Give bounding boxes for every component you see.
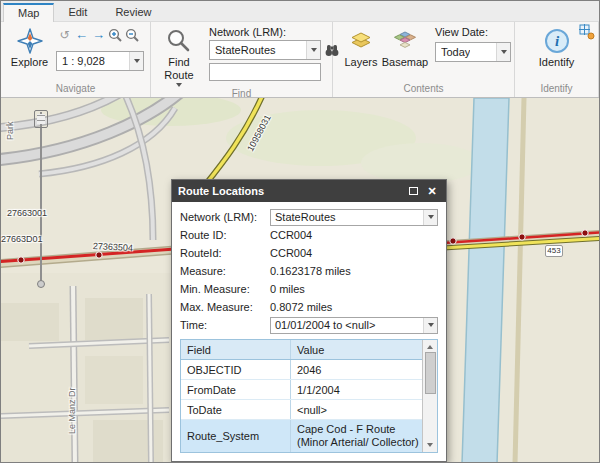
chevron-down-icon: [134, 59, 140, 63]
navigate-group-label: Navigate: [1, 82, 150, 97]
dialog-titlebar[interactable]: Route Locations ✕: [172, 180, 446, 202]
measure-value: 0.1623178 miles: [270, 265, 438, 277]
tab-edit[interactable]: Edit: [54, 3, 101, 21]
dialog-title: Route Locations: [178, 185, 402, 197]
value-cell: 1/1/2004: [291, 380, 422, 399]
route-id-label: 27663D01: [1, 234, 43, 244]
view-date-dropdown[interactable]: Today: [435, 42, 511, 62]
attributes-table: Field Value OBJECTID 2046 FromDate 1/1/2…: [180, 339, 438, 453]
dropdown-button[interactable]: [423, 318, 437, 333]
route-id-label: 27663001: [7, 208, 47, 218]
field-label: Network (LRM):: [180, 211, 270, 223]
table-row[interactable]: ToDate <null>: [181, 400, 422, 420]
maximize-button[interactable]: [405, 180, 421, 202]
group-identify: i Identify Identify: [515, 22, 599, 97]
zoom-in-icon: [108, 28, 123, 43]
layers-label: Layers: [344, 56, 377, 69]
identify-cursor-button[interactable]: [579, 24, 595, 42]
scale-dropdown-button[interactable]: [129, 52, 143, 70]
table-scrollbar[interactable]: [422, 340, 437, 452]
chevron-down-icon: [311, 48, 317, 52]
identify-button[interactable]: i Identify: [535, 25, 579, 82]
table-row[interactable]: FromDate 1/1/2004: [181, 380, 422, 400]
route-value-input[interactable]: [209, 63, 321, 81]
basemap-button[interactable]: Basemap: [383, 25, 427, 82]
close-button[interactable]: ✕: [424, 180, 440, 202]
explore-button[interactable]: Explore: [7, 25, 52, 82]
tab-map[interactable]: Map: [3, 3, 54, 22]
field-label: Route ID:: [180, 229, 270, 241]
layers-button[interactable]: Layers: [339, 25, 383, 82]
value-cell: Cape Cod - F Route (Minor Arterial/ Coll…: [291, 420, 422, 452]
view-date-value: Today: [441, 46, 470, 58]
zoom-out-button[interactable]: [124, 28, 141, 43]
find-route-button[interactable]: Find Route: [157, 25, 201, 87]
back-extent-button[interactable]: ←: [73, 26, 90, 44]
field-label: Measure:: [180, 265, 270, 277]
network-lrm-value: StateRoutes: [215, 44, 276, 56]
column-header-value: Value: [291, 344, 422, 356]
find-route-label: Find Route: [161, 56, 197, 81]
column-header-field: Field: [181, 340, 291, 359]
field-label: RouteId:: [180, 247, 270, 259]
network-dropdown-button[interactable]: [306, 41, 320, 59]
group-navigate: Explore ↺ ← →: [1, 22, 151, 97]
route-id-label: 27363504: [93, 241, 134, 253]
field-label: Time:: [180, 319, 270, 331]
field-cell: Route_System: [181, 420, 291, 452]
group-contents: Layers Basemap View Date: Today: [333, 22, 515, 97]
scroll-up-icon[interactable]: [427, 345, 433, 349]
table-row[interactable]: OBJECTID 2046: [181, 360, 422, 380]
max-measure-value: 0.8072 miles: [270, 301, 438, 313]
dropdown-button[interactable]: [423, 210, 437, 225]
chevron-down-icon: [501, 50, 507, 54]
chevron-down-icon: [428, 215, 434, 219]
view-date-label: View Date:: [435, 26, 511, 38]
route-locations-dialog: Route Locations ✕ Network (LRM): StateRo…: [171, 179, 447, 462]
map-scale-combo[interactable]: 1 : 9,028: [56, 51, 144, 71]
identify-cursor-icon: [579, 24, 595, 40]
tab-review[interactable]: Review: [101, 3, 165, 21]
map-slider-handle[interactable]: [34, 110, 48, 128]
table-header: Field Value: [181, 340, 422, 360]
map-scale-value: 1 : 9,028: [62, 55, 105, 67]
scroll-down-icon[interactable]: [427, 443, 433, 447]
network-lrm-dialog-value: StateRoutes: [275, 211, 336, 223]
time-dropdown[interactable]: 01/01/2004 to <null>: [270, 317, 438, 334]
network-lrm-dropdown[interactable]: StateRoutes: [209, 40, 321, 60]
table-row-selected[interactable]: Route_System Cape Cod - F Route (Minor A…: [181, 420, 422, 452]
scrollbar-thumb[interactable]: [425, 352, 436, 394]
explore-compass-icon: [17, 27, 43, 55]
routeid-value: CCR004: [270, 247, 438, 259]
dialog-body: Network (LRM): StateRoutes Route ID: CCR…: [172, 202, 446, 461]
zoom-out-icon: [125, 28, 140, 43]
ribbon-tabbar: Map Edit Review: [1, 1, 599, 22]
layers-icon: [349, 27, 373, 55]
network-lrm-dialog-dropdown[interactable]: StateRoutes: [270, 209, 438, 226]
view-date-dropdown-button[interactable]: [496, 43, 510, 61]
ribbon: Map Edit Review Explore ↺ ←: [1, 1, 599, 98]
field-label: Min. Measure:: [180, 283, 270, 295]
field-cell: ToDate: [181, 400, 291, 419]
previous-extent-button[interactable]: ↺: [56, 26, 73, 44]
value-cell: <null>: [291, 400, 422, 419]
forward-extent-button[interactable]: →: [90, 26, 107, 44]
time-value: 01/01/2004 to <null>: [275, 319, 375, 331]
route-shield: 453: [545, 245, 563, 257]
ribbon-body: Explore ↺ ← →: [1, 22, 599, 97]
basemap-label: Basemap: [382, 56, 428, 69]
identify-info-icon: i: [544, 27, 570, 55]
identify-group-label: Identify: [515, 82, 598, 97]
zoom-in-button[interactable]: [107, 28, 124, 43]
route-id-value: CCR004: [270, 229, 438, 241]
magnifier-icon: [166, 27, 192, 55]
basemap-icon: [393, 27, 417, 55]
network-lrm-label: Network (LRM):: [209, 26, 340, 38]
chevron-down-icon: [428, 323, 434, 327]
field-cell: FromDate: [181, 380, 291, 399]
field-cell: OBJECTID: [181, 360, 291, 379]
explore-label: Explore: [11, 56, 48, 69]
maximize-icon: [409, 187, 418, 195]
group-find: Find Route Network (LRM): StateRoutes: [151, 22, 333, 97]
application-window: Map Edit Review Explore ↺ ←: [0, 0, 600, 463]
